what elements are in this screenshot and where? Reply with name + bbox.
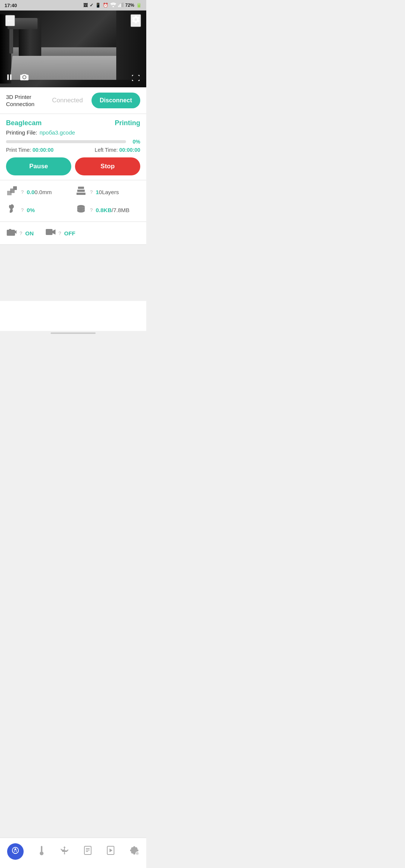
svg-rect-11 bbox=[13, 186, 17, 190]
wifi-icon bbox=[110, 3, 116, 8]
progress-bar-row: 0% bbox=[6, 139, 140, 145]
camera-timelapse-icon bbox=[6, 227, 16, 239]
camera-settings-button[interactable] bbox=[130, 14, 141, 27]
camera-view: ← bbox=[0, 10, 146, 87]
stats-grid: ? 0.00.0mm ? 10Layers bbox=[6, 186, 140, 216]
camera-controls bbox=[0, 73, 146, 84]
svg-rect-18 bbox=[9, 229, 11, 230]
connection-status-text: Connected bbox=[47, 97, 88, 104]
fan-stat: ? 0% bbox=[6, 204, 71, 216]
svg-point-8 bbox=[23, 76, 26, 78]
bottom-indicator bbox=[51, 332, 96, 334]
fullscreen-button[interactable] bbox=[130, 73, 141, 84]
svg-rect-6 bbox=[8, 75, 9, 80]
signal-icon bbox=[118, 3, 123, 8]
storage-value: 0.8KB/7.8MB bbox=[96, 207, 129, 213]
sim-icon: 📱 bbox=[95, 3, 101, 8]
timelapse-section: ? ON ? OFF bbox=[0, 222, 146, 245]
battery-icon: 🔋 bbox=[136, 3, 142, 8]
storage-stat: ? 0.8KB/7.8MB bbox=[75, 204, 140, 216]
position-stat: ? 0.00.0mm bbox=[6, 186, 71, 198]
camera-timelapse-item: ? ON bbox=[6, 227, 34, 239]
left-time-label: Left Time: bbox=[95, 147, 118, 153]
left-time: Left Time: 00:00:00 bbox=[95, 147, 140, 153]
camera-left-controls bbox=[5, 73, 29, 84]
pause-button[interactable]: Pause bbox=[6, 157, 71, 175]
svg-point-0 bbox=[112, 6, 114, 7]
stop-button[interactable]: Stop bbox=[75, 157, 140, 175]
layers-stat: ? 10Layers bbox=[75, 186, 140, 198]
fan-icon bbox=[6, 204, 18, 216]
svg-rect-4 bbox=[122, 3, 122, 7]
svg-point-15 bbox=[77, 205, 85, 208]
layers-help: ? bbox=[90, 189, 93, 195]
storage-icon bbox=[75, 204, 87, 216]
svg-rect-7 bbox=[10, 75, 12, 80]
svg-rect-19 bbox=[46, 229, 52, 235]
layers-icon bbox=[75, 186, 87, 198]
left-time-value: 00:00:00 bbox=[119, 147, 140, 153]
video-timelapse-value: OFF bbox=[64, 230, 75, 236]
svg-rect-12 bbox=[76, 193, 86, 195]
storage-help: ? bbox=[90, 207, 93, 213]
camera-timelapse-help: ? bbox=[20, 230, 22, 236]
layers-value: 10Layers bbox=[96, 189, 119, 195]
printing-file-label: Printing File: bbox=[6, 129, 37, 136]
progress-bar-background bbox=[6, 140, 126, 143]
gallery-icon: 🖼 bbox=[83, 3, 88, 8]
svg-rect-1 bbox=[118, 6, 119, 7]
position-value: 0.00.0mm bbox=[27, 189, 52, 195]
status-time: 17:40 bbox=[4, 3, 17, 8]
progress-percent: 0% bbox=[129, 139, 140, 145]
stats-section: ? 0.00.0mm ? 10Layers bbox=[0, 180, 146, 222]
connection-section: 3D Printer Connection Connected Disconne… bbox=[0, 87, 146, 114]
time-row: Print Time: 00:00:00 Left Time: 00:00:00 bbox=[6, 147, 140, 153]
check-icon: ✓ bbox=[90, 3, 93, 8]
fan-value: 0% bbox=[27, 207, 35, 213]
svg-rect-14 bbox=[78, 187, 84, 189]
alarm-icon: ⏰ bbox=[103, 3, 108, 8]
status-icons: 🖼 ✓ 📱 ⏰ 72% 🔋 bbox=[83, 3, 142, 8]
camera-timelapse-value: ON bbox=[25, 230, 34, 236]
back-button[interactable]: ← bbox=[5, 15, 15, 26]
printer-name: Beaglecam bbox=[6, 119, 42, 127]
printer-status: Printing bbox=[115, 119, 140, 127]
pause-stream-button[interactable] bbox=[5, 73, 14, 84]
video-timelapse-help: ? bbox=[58, 230, 61, 236]
svg-rect-13 bbox=[77, 190, 85, 192]
video-timelapse-icon bbox=[45, 228, 56, 238]
status-bar: 17:40 🖼 ✓ 📱 ⏰ 72% 🔋 bbox=[0, 0, 146, 10]
disconnect-button[interactable]: Disconnect bbox=[92, 93, 140, 108]
print-time: Print Time: 00:00:00 bbox=[6, 147, 54, 153]
main-content: 3D Printer Connection Connected Disconne… bbox=[0, 87, 146, 331]
connection-label: 3D Printer Connection bbox=[6, 93, 44, 108]
svg-rect-2 bbox=[119, 4, 120, 7]
printing-file-name: проба3.gcode bbox=[39, 129, 75, 136]
position-icon bbox=[6, 186, 18, 198]
print-time-value: 00:00:00 bbox=[33, 147, 54, 153]
svg-point-17 bbox=[9, 231, 12, 234]
empty-area bbox=[0, 245, 146, 301]
svg-rect-5 bbox=[123, 3, 123, 7]
print-time-label: Print Time: bbox=[6, 147, 31, 153]
position-help: ? bbox=[21, 189, 24, 195]
action-buttons: Pause Stop bbox=[6, 157, 140, 175]
snapshot-button[interactable] bbox=[20, 73, 29, 84]
battery-text: 72% bbox=[125, 3, 134, 8]
printing-file-row: Printing File: проба3.gcode bbox=[6, 129, 140, 136]
progress-container: 0% bbox=[6, 139, 140, 145]
svg-rect-3 bbox=[120, 4, 121, 7]
video-timelapse-item: ? OFF bbox=[45, 227, 75, 239]
printer-name-row: Beaglecam Printing bbox=[6, 119, 140, 127]
fan-help: ? bbox=[21, 207, 24, 213]
printer-info-section: Beaglecam Printing Printing File: проба3… bbox=[0, 114, 146, 180]
